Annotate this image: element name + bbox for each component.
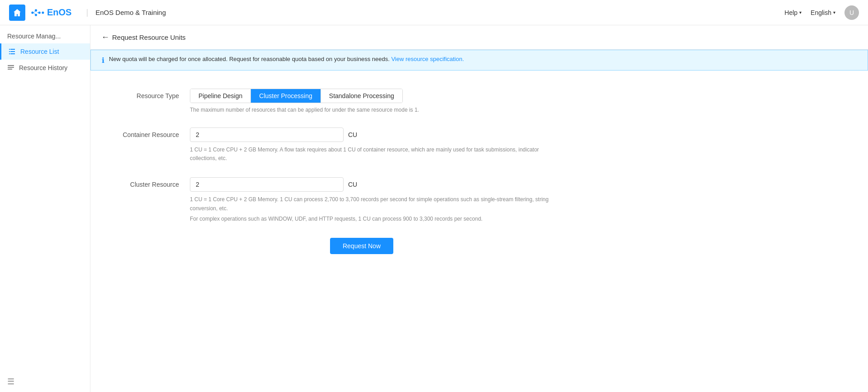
cluster-resource-row: Cluster Resource CU 1 CU = 1 Core CPU + … (118, 177, 606, 223)
svg-rect-13 (10, 53, 15, 54)
page-title: Request Resource Units (112, 33, 186, 41)
header-org: EnOS Demo & Training (95, 9, 166, 16)
svg-rect-15 (8, 67, 14, 68)
help-caret-icon: ▾ (799, 10, 802, 15)
cluster-resource-input[interactable] (190, 177, 344, 192)
resource-type-row: Resource Type Pipeline Design Cluster Pr… (118, 89, 606, 113)
page-header: ← Request Resource Units (90, 25, 868, 50)
tab-standalone-processing[interactable]: Standalone Processing (321, 89, 402, 103)
tab-pipeline-design[interactable]: Pipeline Design (190, 89, 251, 103)
svg-rect-8 (9, 49, 10, 50)
view-resource-spec-link[interactable]: View resource specification. (391, 56, 464, 62)
container-resource-input-group: CU (190, 128, 606, 142)
resource-type-control: Pipeline Design Cluster Processing Stand… (190, 89, 606, 113)
sidebar-section-header: Resource Manag... (0, 25, 90, 43)
cluster-resource-control: CU 1 CU = 1 Core CPU + 2 GB Memory. 1 CU… (190, 177, 606, 223)
back-button[interactable]: ← Request Resource Units (101, 33, 186, 42)
enos-logo: EnOS (31, 7, 71, 18)
svg-line-5 (33, 10, 36, 12)
info-banner-text: New quota will be charged for once alloc… (109, 56, 390, 62)
sidebar-item-resource-list[interactable]: Resource List (0, 43, 90, 60)
cluster-resource-unit: CU (348, 181, 357, 188)
request-btn-row: Request Now (118, 238, 606, 254)
main-body: Resource Manag... Resource List Resource… (0, 25, 868, 392)
form-area: Resource Type Pipeline Design Cluster Pr… (90, 71, 633, 272)
history-icon (7, 64, 14, 71)
resource-type-hint: The maximum number of resources that can… (190, 107, 606, 113)
svg-rect-14 (8, 65, 14, 66)
info-icon: ℹ (102, 56, 104, 65)
cluster-resource-input-group: CU (190, 177, 606, 192)
list-icon (9, 48, 16, 55)
container-resource-unit: CU (348, 131, 357, 138)
back-icon: ← (101, 33, 109, 42)
svg-rect-12 (9, 53, 10, 54)
avatar[interactable]: U (844, 5, 859, 20)
svg-rect-9 (10, 49, 15, 50)
sidebar-item-resource-history-label: Resource History (19, 64, 67, 71)
sidebar-item-resource-history[interactable]: Resource History (0, 60, 90, 76)
header-divider: | (86, 8, 88, 17)
svg-point-4 (42, 11, 44, 14)
svg-line-6 (33, 13, 36, 15)
container-resource-input[interactable] (190, 128, 344, 142)
language-button[interactable]: English ▾ (811, 9, 835, 16)
cluster-resource-label: Cluster Resource (118, 177, 190, 188)
enos-logo-text: EnOS (47, 7, 71, 18)
sidebar-collapse-button[interactable]: ☰ (0, 371, 90, 392)
tab-cluster-processing[interactable]: Cluster Processing (251, 89, 321, 103)
sidebar: Resource Manag... Resource List Resource… (0, 25, 90, 392)
svg-rect-11 (10, 51, 15, 52)
svg-point-0 (31, 11, 33, 14)
home-button[interactable] (9, 5, 25, 21)
container-resource-control: CU 1 CU = 1 Core CPU + 2 GB Memory. A fl… (190, 128, 606, 163)
cluster-resource-hint1: 1 CU = 1 Core CPU + 2 GB Memory. 1 CU ca… (190, 195, 570, 213)
svg-rect-16 (8, 69, 12, 70)
sidebar-item-resource-list-label: Resource List (20, 48, 59, 55)
info-banner: ℹ New quota will be charged for once all… (90, 50, 868, 71)
request-now-button[interactable]: Request Now (330, 238, 393, 254)
top-header: EnOS | EnOS Demo & Training Help ▾ Engli… (0, 0, 868, 25)
resource-type-label: Resource Type (118, 89, 190, 99)
header-right: Help ▾ English ▾ U (784, 5, 859, 20)
language-caret-icon: ▾ (833, 10, 835, 15)
container-resource-row: Container Resource CU 1 CU = 1 Core CPU … (118, 128, 606, 163)
cluster-resource-hint2: For complex operations such as WINDOW, U… (190, 215, 570, 223)
svg-rect-10 (9, 51, 10, 52)
content-area: ← Request Resource Units ℹ New quota wil… (90, 25, 868, 392)
help-button[interactable]: Help ▾ (784, 9, 802, 16)
resource-type-tabs: Pipeline Design Cluster Processing Stand… (190, 89, 403, 103)
container-resource-label: Container Resource (118, 128, 190, 138)
container-resource-hint: 1 CU = 1 Core CPU + 2 GB Memory. A flow … (190, 146, 561, 163)
